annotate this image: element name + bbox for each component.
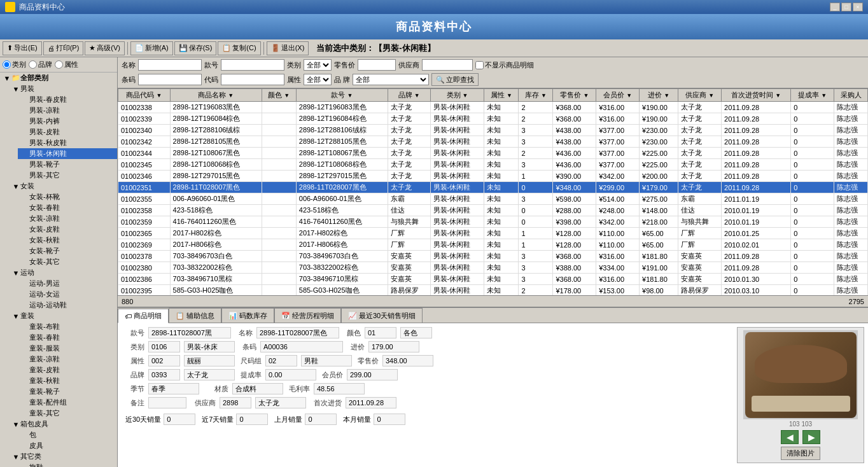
sidebar-item-men-spring[interactable]: 男装-春皮鞋 — [18, 94, 117, 105]
sidebar-item-children-boots[interactable]: 童装-靴子 — [18, 386, 117, 397]
radio-attribute[interactable]: 属性 — [55, 60, 78, 69]
table-row[interactable]: 010023392898-12T196084棕色2898-12T196084棕色… — [118, 113, 868, 125]
sidebar-item-children-clothes[interactable]: 童装-服装 — [18, 343, 117, 354]
tab-product-detail[interactable]: 🏷 商品明细 — [118, 309, 169, 323]
maximize-button[interactable]: □ — [841, 3, 851, 11]
sidebar-item-women-cup-boots[interactable]: 女装-杯靴 — [18, 192, 117, 202]
sidebar-item-women-autumn[interactable]: 女装-秋鞋 — [18, 235, 117, 246]
sidebar-item-men-leather[interactable]: 男装-皮鞋 — [18, 127, 117, 137]
table-row[interactable]: 010023402898-12T288106绒棕2898-12T288106绒棕… — [118, 125, 868, 136]
col-retail[interactable]: 零售价 ▼ — [553, 89, 596, 102]
sidebar-item-sport-shoes[interactable]: 运动-运动鞋 — [18, 300, 117, 310]
tab-size-stock[interactable]: 📊 码数库存 — [221, 308, 274, 323]
table-row[interactable]: 010023452898-12T108068棕色2898-12T108068棕色… — [118, 159, 868, 171]
tree-item-women[interactable]: ▼ 女装 — [9, 181, 117, 192]
tree-root[interactable]: ▼ 📁 全部类别 — [0, 73, 117, 83]
table-row[interactable]: 010023462898-12T297015黑色2898-12T297015黑色… — [118, 171, 868, 182]
sidebar-item-women-sandal[interactable]: 女装-凉鞋 — [18, 213, 117, 224]
col-cost[interactable]: 进价 ▼ — [640, 89, 678, 102]
sidebar-item-children-autumn[interactable]: 童装-秋鞋 — [18, 375, 117, 386]
col-first-arrival[interactable]: 首次进货时间 ▼ — [722, 89, 791, 102]
new-button[interactable]: 📄 新增(A) — [130, 41, 173, 55]
table-row[interactable]: 01002359416-764011260黑色416-764011260黑色与狼… — [118, 216, 868, 228]
sidebar-item-men-other[interactable]: 男装-其它 — [18, 170, 117, 181]
sidebar-item-leather-goods[interactable]: 皮具 — [18, 440, 117, 451]
prev-image-button[interactable]: ◀ — [781, 430, 799, 444]
radio-brand[interactable]: 品牌 — [29, 60, 52, 69]
sidebar-item-bag[interactable]: 包 — [18, 429, 117, 440]
sidebar-item-children-cloth[interactable]: 童装-布鞋 — [18, 321, 117, 332]
sidebar-item-men-autumn[interactable]: 男装-秋皮鞋 — [18, 137, 117, 148]
tree-item-bags[interactable]: ▼ 箱包皮具 — [9, 419, 117, 429]
sidebar-item-children-other[interactable]: 童装-其它 — [18, 408, 117, 419]
col-buyer[interactable]: 采购人 — [834, 89, 868, 102]
tree-item-sport[interactable]: ▼ 运动 — [9, 267, 117, 278]
attr-select[interactable]: 全部 — [304, 74, 332, 85]
col-brand[interactable]: 品牌 ▼ — [388, 89, 430, 102]
price-input[interactable] — [358, 59, 396, 71]
code-input[interactable] — [221, 74, 284, 85]
radio-category[interactable]: 类别 — [3, 60, 26, 69]
style-input[interactable] — [221, 59, 284, 71]
sidebar-item-men-underwear[interactable]: 男装-内裤 — [18, 116, 117, 127]
no-detail-checkbox[interactable] — [475, 61, 484, 69]
sidebar-item-children-sandal[interactable]: 童装-凉鞋 — [18, 354, 117, 365]
copy-button[interactable]: 📋 复制(C) — [218, 41, 260, 55]
sidebar-item-men-casual[interactable]: 男装-休闲鞋 — [18, 148, 117, 159]
sidebar-item-sport-men[interactable]: 运动-男运 — [18, 278, 117, 289]
col-style[interactable]: 款号 ▼ — [296, 89, 388, 102]
tree-item-other[interactable]: ▼ 其它类 — [9, 451, 117, 462]
table-row[interactable]: 010023422898-12T288105黑色2898-12T288105黑色… — [118, 136, 868, 148]
table-row[interactable]: 01002358423-518棕色423-518棕色佳达男装-休闲鞋未知0¥28… — [118, 205, 868, 216]
sidebar-item-sport-women[interactable]: 运动-女运 — [18, 289, 117, 300]
sidebar-item-children-leather[interactable]: 童装-皮鞋 — [18, 365, 117, 375]
table-row[interactable]: 01002386703-38496710黑棕703-38496710黑棕安嘉英男… — [118, 274, 868, 285]
tree-item-men[interactable]: ▼ 男装 — [9, 83, 117, 94]
search-button[interactable]: 🔍 立即查找 — [431, 73, 479, 86]
table-row[interactable]: 010023442898-12T108067黑色2898-12T108067黑色… — [118, 148, 868, 159]
table-row[interactable]: 010023652017-H802棕色2017-H802棕色厂辉男装-休闲鞋未知… — [118, 228, 868, 239]
minimize-button[interactable]: _ — [830, 3, 840, 11]
tab-auxiliary[interactable]: 📋 辅助信息 — [169, 308, 221, 323]
col-attr[interactable]: 属性 ▼ — [484, 89, 519, 102]
tab-sales[interactable]: 📈 最近30天销售明细 — [341, 308, 423, 323]
col-name[interactable]: 商品名称 ▼ — [170, 89, 262, 102]
col-member[interactable]: 会员价 ▼ — [596, 89, 640, 102]
table-row[interactable]: 01002355006-A96060-01黑色006-A96060-01黑色东霸… — [118, 193, 868, 205]
table-row[interactable]: 01002378703-38496703白色703-38496703白色安嘉英男… — [118, 251, 868, 262]
no-detail-checkbox-label[interactable]: 不显示商品明细 — [475, 60, 534, 70]
sidebar-item-men-boots[interactable]: 男装-靴子 — [18, 159, 117, 170]
brand-select[interactable]: 全部 — [353, 74, 429, 85]
tab-history[interactable]: 📅 经营历程明细 — [274, 308, 341, 323]
sidebar-item-men-sandal[interactable]: 男装-凉鞋 — [18, 105, 117, 116]
col-category[interactable]: 类别 ▼ — [430, 89, 484, 102]
sidebar-item-women-boots[interactable]: 女装-靴子 — [18, 246, 117, 256]
name-input[interactable] — [138, 59, 202, 71]
next-image-button[interactable]: ▶ — [802, 430, 820, 444]
exit-button[interactable]: 🚪 退出(X) — [267, 41, 309, 55]
save-button[interactable]: 💾 保存(S) — [174, 41, 217, 55]
barcode-input[interactable] — [138, 74, 202, 85]
table-row[interactable]: 010023512898-11T028007黑色2898-11T028007黑色… — [118, 182, 868, 193]
table-row[interactable]: 010023692017-H806棕色2017-H806棕色厂辉男装-休闲鞋未知… — [118, 239, 868, 251]
sidebar-item-children-spring[interactable]: 童装-春鞋 — [18, 332, 117, 343]
col-supplier[interactable]: 供应商 ▼ — [678, 89, 722, 102]
col-code[interactable]: 商品代码 ▼ — [118, 89, 171, 102]
sidebar-item-slippers[interactable]: 拖鞋 — [18, 462, 117, 467]
col-stock[interactable]: 库存 ▼ — [519, 89, 553, 102]
category-select[interactable]: 全部 — [304, 59, 332, 71]
supplier-input[interactable] — [422, 59, 473, 71]
advanced-button[interactable]: ★ 高级(V) — [85, 41, 125, 55]
sidebar-item-women-spring[interactable]: 女装-春鞋 — [18, 202, 117, 213]
table-row[interactable]: 010023382898-12T196083黑色2898-12T196083黑色… — [118, 102, 868, 113]
clear-image-button[interactable]: 清除图片 — [781, 447, 820, 460]
col-commission[interactable]: 提成率 ▼ — [791, 89, 834, 102]
sidebar-item-women-other[interactable]: 女装-其它 — [18, 256, 117, 267]
sidebar-item-children-acc[interactable]: 童装-配件组 — [18, 397, 117, 408]
close-button[interactable]: × — [853, 3, 863, 11]
table-row[interactable]: 01002395585-G03-H025咖色585-G03-H025咖色路易保罗… — [118, 285, 868, 296]
print-button[interactable]: 🖨 打印(P) — [43, 41, 84, 55]
table-row[interactable]: 01002380703-38322002棕色703-38322002棕色安嘉英男… — [118, 262, 868, 274]
col-color[interactable]: 颜色 ▼ — [262, 89, 296, 102]
export-button[interactable]: ⬆ 导出(E) — [3, 41, 42, 55]
